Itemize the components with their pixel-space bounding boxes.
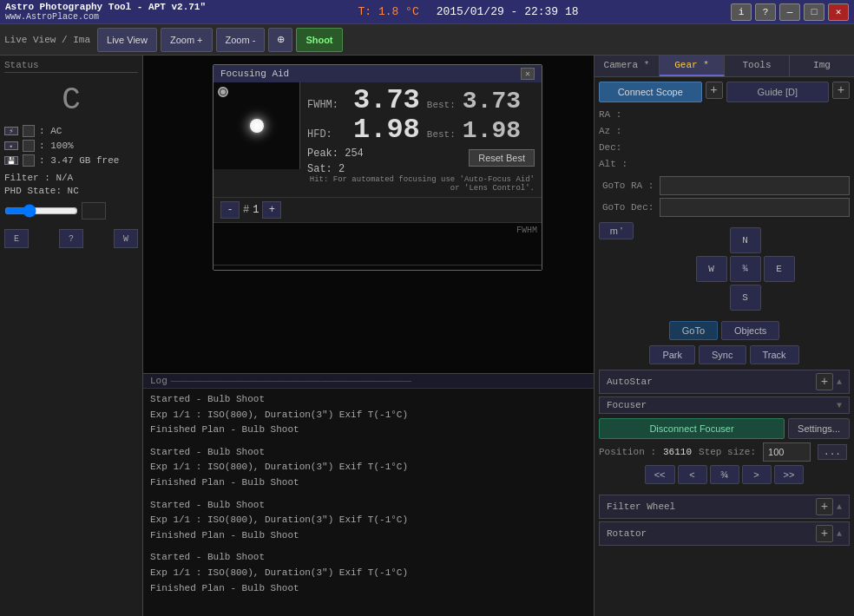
svg-rect-3 — [214, 223, 542, 270]
focuser-r-button[interactable]: > — [742, 465, 772, 484]
ac-status: ⚡ : AC — [4, 125, 138, 137]
focuser-header[interactable]: Focuser ▼ — [599, 396, 850, 414]
log-entry: Finished Plan - Bulb Shoot — [150, 581, 587, 597]
goto-dec-input[interactable] — [660, 198, 850, 217]
filter-wheel-plus-button[interactable]: + — [816, 498, 833, 515]
star-preview — [214, 82, 300, 169]
minimize-button[interactable]: — — [779, 3, 800, 21]
focuser-settings-button[interactable]: Settings... — [788, 418, 850, 439]
connect-scope-button[interactable]: Connect Scope — [599, 82, 702, 102]
title-bar: Astro Photography Tool - APT v2.71" www.… — [0, 0, 854, 24]
ac-icon2 — [23, 125, 35, 137]
focuser-m-button[interactable]: ¾ — [710, 465, 739, 484]
focus-counter-label: # — [243, 204, 249, 216]
log-entry: Started - Bulb Shoot — [150, 498, 587, 514]
dir-empty-tr — [764, 227, 795, 253]
goto-button[interactable]: GoTo — [669, 321, 718, 340]
nav-e-button[interactable]: E — [4, 229, 29, 248]
m-button[interactable]: m ' — [599, 222, 634, 239]
reset-best-button[interactable]: Reset Best — [469, 149, 535, 167]
live-view-button[interactable]: Live View — [97, 28, 157, 52]
tab-img[interactable]: Img — [790, 56, 854, 76]
sat-label: Sat: — [307, 163, 332, 175]
image-panel: Focusing Aid ✕ — [143, 56, 594, 616]
tab-camera[interactable]: Camera * — [595, 56, 660, 76]
status-letter: C — [4, 82, 138, 118]
goto-objects-row: GoTo Objects — [599, 321, 850, 340]
storage-icon2 — [23, 154, 35, 167]
nav-w-button[interactable]: W — [114, 229, 138, 248]
rotator-header[interactable]: Rotator + ▲ — [599, 521, 850, 546]
star-shape — [227, 95, 287, 156]
hfd-best-value: 1.98 — [463, 119, 521, 143]
focuser-content: Disconnect Focuser Settings... Position … — [599, 414, 850, 492]
autostar-header[interactable]: AutoStar + ▲ — [599, 370, 850, 394]
radio-button[interactable] — [218, 87, 228, 97]
disconnect-focuser-button[interactable]: Disconnect Focuser — [599, 418, 785, 439]
guide-plus-button[interactable]: + — [832, 82, 850, 99]
log-entry: Started - Bulb Shoot — [150, 550, 587, 566]
peak-value: 254 — [345, 147, 364, 160]
filter-wheel-header[interactable]: Filter Wheel + ▲ — [599, 495, 850, 519]
zoom-minus-button[interactable]: Zoom - — [216, 28, 266, 52]
position-label: Position : — [599, 447, 656, 457]
focusing-aid-close-button[interactable]: ✕ — [521, 68, 535, 80]
autostar-plus-button[interactable]: + — [816, 373, 833, 390]
rotator-plus-button[interactable]: + — [816, 525, 833, 542]
dir-east-button[interactable]: E — [764, 256, 795, 282]
shoot-button[interactable]: Shoot — [296, 28, 342, 52]
focus-counter-value: 1 — [253, 204, 259, 216]
close-button[interactable]: ✕ — [828, 3, 849, 21]
goto-ra-input[interactable] — [660, 176, 850, 195]
dir-west-button[interactable]: W — [696, 256, 727, 282]
tab-tools[interactable]: Tools — [725, 56, 790, 76]
az-value — [726, 124, 850, 138]
log-entry: Finished Plan - Bulb Shoot — [150, 423, 587, 438]
info-button[interactable]: i — [731, 3, 752, 21]
ac-icon: ⚡ — [4, 127, 18, 135]
crosshair-button[interactable]: ⊕ — [268, 28, 292, 52]
track-button[interactable]: Track — [750, 345, 799, 364]
focuser-l-button[interactable]: < — [678, 465, 707, 484]
coord-grid: RA : Az : Dec: Alt : — [599, 108, 850, 171]
scope-plus-button[interactable]: + — [706, 82, 723, 99]
az-label: Az : — [599, 124, 723, 138]
focuser-ll-button[interactable]: << — [645, 465, 675, 484]
focus-plus-button[interactable]: + — [262, 201, 281, 219]
log-entry: Started - Bulb Shoot — [150, 445, 587, 461]
nav-q-button[interactable]: ? — [59, 229, 83, 248]
zoom-plus-button[interactable]: Zoom + — [161, 28, 213, 52]
autostar-label: AutoStar — [607, 377, 653, 387]
maximize-button[interactable]: □ — [804, 3, 824, 21]
window-controls: i ? — □ ✕ — [731, 3, 849, 21]
log-entry: Exp 1/1 : ISO(800), Duration(3") Exif T(… — [150, 566, 587, 581]
status-title: Status — [4, 60, 138, 73]
help-button[interactable]: ? — [755, 3, 776, 21]
storage-icon: 💾 — [4, 156, 18, 165]
dots-button[interactable]: ... — [818, 444, 847, 460]
objects-button[interactable]: Objects — [721, 321, 779, 340]
guide-button[interactable]: Guide [D] — [726, 82, 830, 102]
park-sync-track-row: Park Sync Track — [599, 345, 850, 364]
goto-ra-label: GoTo RA : — [599, 179, 657, 193]
fwhm-best-value: 3.73 — [463, 89, 521, 114]
focusing-aid-body: FWHM: 3.73 Best: 3.73 HFD: 1.98 Best: 1.… — [214, 82, 542, 197]
sync-button[interactable]: Sync — [699, 345, 746, 364]
focus-minus-button[interactable]: - — [220, 201, 240, 219]
slider-row — [4, 202, 138, 220]
dir-north-button[interactable]: N — [730, 227, 761, 253]
main-layout: Status C ⚡ : AC ▪ : 100% 💾 : 3.47 GB fre… — [0, 56, 854, 616]
nav-row: E ? W — [4, 229, 138, 248]
right-tabs: Camera * Gear * Tools Img — [595, 56, 854, 77]
focuser-rr-button[interactable]: >> — [774, 465, 805, 484]
dir-south-button[interactable]: S — [730, 285, 761, 311]
ra-label: RA : — [599, 108, 723, 121]
brightness-slider[interactable] — [4, 205, 78, 217]
tab-gear[interactable]: Gear * — [660, 56, 725, 76]
status-panel: Status C ⚡ : AC ▪ : 100% 💾 : 3.47 GB fre… — [0, 56, 143, 616]
log-entry: Finished Plan - Bulb Shoot — [150, 475, 587, 491]
log-entry: Finished Plan - Bulb Shoot — [150, 528, 587, 544]
step-size-input[interactable] — [763, 442, 811, 462]
dir-center-button[interactable]: ¾ — [730, 256, 761, 282]
park-button[interactable]: Park — [649, 345, 695, 364]
